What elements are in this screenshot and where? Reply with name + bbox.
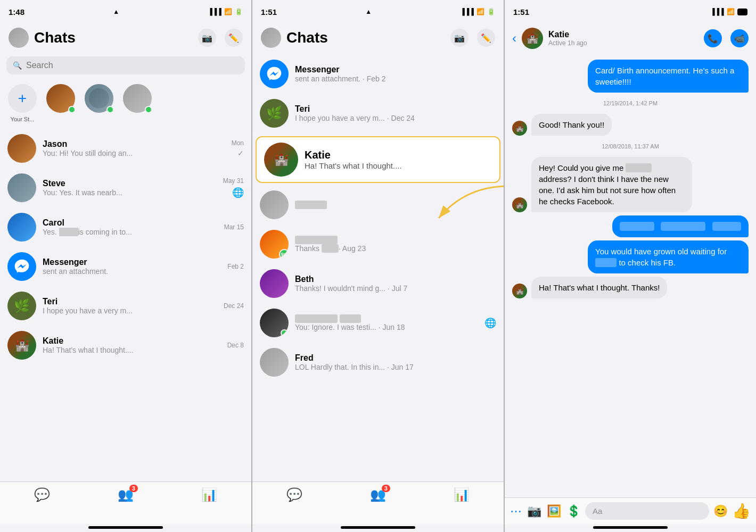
story-item-3[interactable] bbox=[121, 83, 153, 122]
status-icons-1: ▐▐▐ 📶 🔋 bbox=[208, 8, 243, 15]
message-input-field[interactable]: Aa bbox=[585, 502, 709, 520]
online-dot-3 bbox=[145, 106, 152, 113]
profile-avatar-1[interactable] bbox=[9, 28, 29, 48]
profile-avatar-2[interactable] bbox=[261, 28, 281, 48]
chat-name-katie-tooltip: Katie bbox=[305, 149, 492, 161]
status-icons-2: ▐▐▐ 📶 🔋 bbox=[460, 8, 495, 15]
chat-time-carol: Mar 15 bbox=[224, 223, 244, 231]
chat-item-blurred[interactable]: You: Ignore. I was testi... · Jun 18 🌐 bbox=[252, 303, 504, 343]
location-icon-2: ▲ bbox=[365, 8, 372, 15]
msg-bubble-ha: Ha! That's what I thought. Thanks! bbox=[531, 277, 667, 298]
story-item-1[interactable] bbox=[45, 83, 77, 122]
panel-2-chats: 1:51 ▲ ▐▐▐ 📶 🔋 Chats 📷 ✏️ Messen bbox=[251, 0, 504, 532]
chat-preview-unknown1: Thanks · Aug 23 bbox=[295, 244, 496, 253]
chat-item-jason[interactable]: Jason You: Hi! You still doing an... Mon… bbox=[0, 129, 251, 168]
chat-check-jason: ✓ bbox=[237, 149, 244, 157]
home-indicator-2 bbox=[341, 526, 415, 529]
photo-icon-msg[interactable]: 🖼️ bbox=[547, 504, 561, 518]
chat-item-steve[interactable]: Steve You: Yes. It was nearb... May 31 🌐 bbox=[0, 168, 251, 207]
chat-item-katie-tooltip[interactable]: 🏰 Katie Ha! That's what I thought.... bbox=[256, 136, 500, 183]
chat-preview-messenger-2: sent an attachment. · Feb 2 bbox=[295, 74, 496, 83]
story-row-1: + Your St... bbox=[0, 79, 251, 129]
chat-list-2: Messenger sent an attachment. · Feb 2 🌿 … bbox=[252, 54, 504, 481]
chat-name-messenger-2: Messenger bbox=[295, 65, 496, 74]
msg-row-ha: 🏰 Ha! That's what I thought. Thanks! bbox=[512, 277, 749, 298]
chat-name-teri-2: Teri bbox=[295, 104, 496, 114]
chat-item-messenger-2[interactable]: Messenger sent an attachment. · Feb 2 bbox=[252, 54, 504, 94]
video-button[interactable]: 📹 bbox=[730, 29, 749, 47]
tab-people-1[interactable]: 👥3 bbox=[118, 487, 134, 502]
msg-timestamp-2: 12/08/2018, 11:37 AM bbox=[512, 143, 749, 149]
tab-chat-2[interactable]: 💬 bbox=[286, 487, 302, 502]
camera-button-2[interactable]: 📷 bbox=[450, 29, 469, 47]
search-bar-1[interactable]: 🔍 bbox=[6, 56, 245, 74]
tab-people-icon-1: 👥3 bbox=[118, 487, 134, 502]
chat-item-unknown1[interactable]: 9m Thanks · Aug 23 bbox=[252, 225, 504, 264]
camera-icon-msg[interactable]: 📷 bbox=[527, 504, 541, 518]
dollar-icon-msg[interactable]: 💲 bbox=[566, 504, 581, 518]
chat-content-jason: Jason You: Hi! You still doing an... bbox=[43, 139, 225, 157]
chat-preview-katie-1: Ha! That's what I thought.... bbox=[43, 346, 221, 354]
story-item-2[interactable] bbox=[83, 83, 115, 122]
chat-item-katie-1[interactable]: 🏰 Katie Ha! That's what I thought.... De… bbox=[0, 326, 251, 365]
search-input-1[interactable] bbox=[26, 61, 239, 70]
msg-avatar-katie-3: 🏰 bbox=[512, 284, 527, 298]
tab-people-icon-2: 👥3 bbox=[370, 487, 386, 502]
chat-meta-messenger-1: Feb 2 bbox=[227, 263, 244, 270]
messages-area: Card/ Birth announcement. He's such a sw… bbox=[505, 54, 756, 497]
wifi-icon-2: 📶 bbox=[476, 8, 484, 15]
emoji-icon-msg[interactable]: 😊 bbox=[713, 504, 728, 518]
msg-bubble-good: Good! Thank you!! bbox=[531, 114, 612, 136]
chat-list-1: Jason You: Hi! You still doing an... Mon… bbox=[0, 129, 251, 481]
conv-header: ‹ 🏰 Katie Active 1h ago 📞 📹 bbox=[505, 23, 756, 54]
chat-avatar-unknown1: 9m bbox=[260, 230, 289, 259]
msg-row-birth: Card/ Birth announcement. He's such a sw… bbox=[512, 60, 749, 93]
chat-content-katie-1: Katie Ha! That's what I thought.... bbox=[43, 336, 221, 354]
chat-name-blurred bbox=[295, 314, 478, 323]
chat-content-teri-2: Teri I hope you have a very m... · Dec 2… bbox=[295, 104, 496, 122]
signal-icon-3: ▐▐▐ bbox=[710, 8, 724, 15]
call-button[interactable]: 📞 bbox=[704, 29, 722, 47]
chat-item-fred[interactable]: Fred LOL Hardly that. In this in... · Ju… bbox=[252, 343, 504, 382]
status-icons-3: ▐▐▐ 📶 ▓ bbox=[710, 8, 747, 15]
battery-icon-2: 🔋 bbox=[487, 8, 495, 15]
battery-icon-3: ▓ bbox=[737, 9, 747, 15]
chat-time-jason: Mon bbox=[232, 139, 244, 147]
edit-button-2[interactable]: ✏️ bbox=[477, 29, 495, 47]
msg-avatar-katie-1: 🏰 bbox=[512, 121, 527, 136]
chat-item-messenger-1[interactable]: Messenger sent an attachment. Feb 2 bbox=[0, 247, 251, 286]
tab-discover-1[interactable]: 📊 bbox=[201, 487, 217, 502]
tab-chat-1[interactable]: 💬 bbox=[34, 487, 50, 502]
chat-meta-katie-1: Dec 8 bbox=[227, 342, 244, 349]
chat-item-teri[interactable]: 🌿 Teri I hope you have a very m... Dec 2… bbox=[0, 286, 251, 326]
edit-button-1[interactable]: ✏️ bbox=[225, 29, 243, 47]
chat-content-messenger-2: Messenger sent an attachment. · Feb 2 bbox=[295, 65, 496, 83]
tab-people-2[interactable]: 👥3 bbox=[370, 487, 386, 502]
chat-item-chuck[interactable] bbox=[252, 185, 504, 225]
chat-meta-blurred: 🌐 bbox=[484, 317, 496, 329]
chat-preview-messenger-1: sent an attachment. bbox=[43, 267, 221, 276]
msg-bubble-grown: You would have grown old waiting for to … bbox=[588, 240, 749, 273]
chat-avatar-teri: 🌿 bbox=[7, 292, 36, 320]
chat-preview-katie-tooltip: Ha! That's what I thought.... bbox=[305, 161, 492, 170]
input-icons: ⋯ 📷 🖼️ 💲 bbox=[510, 504, 581, 518]
chat-item-teri-2[interactable]: 🌿 Teri I hope you have a very m... · Dec… bbox=[252, 94, 504, 133]
chat-item-carol[interactable]: Carol Yes. is coming in to... Mar 15 bbox=[0, 207, 251, 247]
status-bar-3: 1:51 ▐▐▐ 📶 ▓ bbox=[505, 0, 756, 23]
back-button[interactable]: ‹ bbox=[512, 31, 516, 46]
add-story-item[interactable]: + Your St... bbox=[6, 83, 38, 122]
chat-meta-steve: May 31 🌐 bbox=[223, 177, 244, 198]
chat-preview-fred: LOL Hardly that. In this in... · Jun 17 bbox=[295, 363, 496, 371]
chat-meta-jason: Mon ✓ bbox=[232, 139, 244, 157]
chat-item-beth[interactable]: Beth Thanks! I wouldn't mind g... · Jul … bbox=[252, 264, 504, 303]
story-wrap-3 bbox=[122, 83, 153, 114]
time-3: 1:51 bbox=[513, 7, 529, 16]
camera-button-1[interactable]: 📷 bbox=[198, 29, 216, 47]
dots-icon[interactable]: ⋯ bbox=[510, 504, 522, 518]
tab-discover-2[interactable]: 📊 bbox=[454, 487, 470, 502]
thumbs-up-button[interactable]: 👍 bbox=[732, 502, 751, 520]
page-title-1: Chats bbox=[34, 29, 76, 46]
wifi-icon-1: 📶 bbox=[224, 8, 232, 15]
header-left-1: Chats bbox=[9, 28, 76, 48]
chat-avatar-messenger-1 bbox=[7, 252, 36, 281]
